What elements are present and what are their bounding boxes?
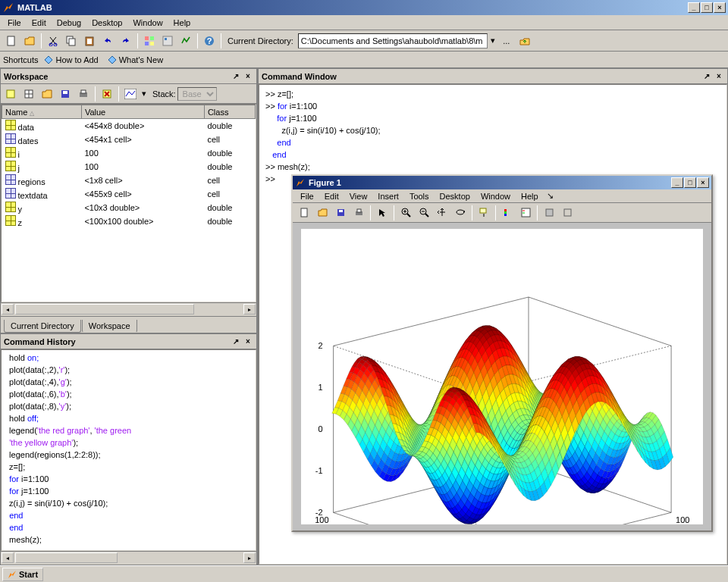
redo-icon[interactable] [118,33,134,49]
menu-help[interactable]: Help [168,17,196,29]
fig-pan-icon[interactable] [434,205,450,221]
help-icon[interactable]: ? [201,33,218,49]
workspace-table[interactable]: Name △ Value Class data<454x8 double>dou… [1,104,256,302]
svg-marker-37 [318,209,327,216]
fig-save-icon[interactable] [332,205,349,221]
undock-icon[interactable]: ↗ [231,71,241,82]
col-name[interactable]: Name △ [2,105,82,119]
fig-close-button[interactable]: × [697,177,709,188]
table-row[interactable]: data<454x8 double>double [2,119,256,133]
start-button[interactable]: Start [2,568,43,581]
col-value[interactable]: Value [81,105,204,119]
cut-icon[interactable] [45,33,61,49]
open-file-icon[interactable] [21,33,38,49]
table-row[interactable]: dates<454x1 cell>cell [2,133,256,146]
fig-colorbar-icon[interactable] [499,205,516,221]
main-menubar: File Edit Debug Desktop Window Help [0,15,728,30]
table-row[interactable]: regions<1x8 cell>cell [2,174,256,187]
svg-text:2: 2 [318,341,322,350]
menu-debug[interactable]: Debug [52,17,86,29]
svg-rect-14 [150,42,154,45]
menu-window[interactable]: Window [127,17,168,29]
stack-select[interactable]: Base [177,87,217,101]
close-panel-icon[interactable]: × [714,71,724,82]
svg-rect-12 [150,36,154,40]
svg-text:?: ? [207,36,212,45]
fig-menu-tools[interactable]: Tools [404,190,435,202]
minimize-button[interactable]: _ [688,2,700,13]
history-scrollbar[interactable]: ◂▸ [1,551,256,565]
workspace-toolbar: ▾ Stack: Base [1,84,256,104]
fig-show-icon[interactable] [559,205,576,221]
print-icon[interactable] [75,86,92,102]
svg-marker-2576 [8,571,16,578]
fig-zoomin-icon[interactable] [397,205,414,221]
svg-text:1: 1 [318,383,322,392]
tab-workspace[interactable]: Workspace [82,320,137,333]
save-ws-icon[interactable] [57,86,74,102]
tab-current-directory[interactable]: Current Directory [4,320,81,333]
history-body[interactable]: hold on; plot(data(:,2),'r'); plot(data(… [1,349,256,551]
menu-desktop[interactable]: Desktop [86,17,127,29]
undock-icon[interactable]: ↗ [701,71,712,82]
undo-icon[interactable] [99,33,116,49]
simulink-icon[interactable] [141,33,158,49]
new-var-icon[interactable] [2,86,19,102]
guide-icon[interactable] [159,33,176,49]
copy-icon[interactable] [63,33,80,49]
fig-menu-help[interactable]: Help [516,190,544,202]
fig-zoomout-icon[interactable] [416,205,432,221]
fig-print-icon[interactable] [350,205,367,221]
table-row[interactable]: textdata<455x9 cell>cell [2,187,256,201]
figure-window[interactable]: Figure 1 _ □ × File Edit View Insert Too… [291,174,713,532]
open-var-icon[interactable] [20,86,37,102]
fig-menu-desktop[interactable]: Desktop [435,190,475,202]
shortcut-whatsnew[interactable]: What's New [105,55,166,65]
fig-menu-edit[interactable]: Edit [319,190,344,202]
menu-file[interactable]: File [2,17,27,29]
svg-rect-1 [8,36,14,45]
fig-minimize-button[interactable]: _ [671,177,683,188]
fig-legend-icon[interactable] [517,205,534,221]
current-directory-input[interactable] [298,33,488,48]
undock-icon[interactable]: ↗ [231,336,241,347]
table-row[interactable]: y<10x3 double>double [2,201,256,214]
fig-open-icon[interactable] [314,205,331,221]
shortcut-howto[interactable]: How to Add [41,55,101,65]
profiler-icon[interactable] [177,33,194,49]
delete-var-icon[interactable] [99,86,115,102]
table-row[interactable]: j100double [2,160,256,174]
browse-icon[interactable]: ... [498,33,515,49]
fig-new-icon[interactable] [296,205,312,221]
fig-menu-window[interactable]: Window [475,190,516,202]
fig-dock-icon[interactable]: ↘ [544,191,557,201]
workspace-scrollbar[interactable]: ◂▸ [1,302,256,316]
figure-title: Figure 1 [309,178,341,187]
fig-datacursor-icon[interactable] [475,205,492,221]
paste-icon[interactable] [81,33,98,49]
svg-marker-35 [297,179,304,186]
close-button[interactable]: × [714,2,726,13]
fig-rotate-icon[interactable] [452,205,469,221]
table-row[interactable]: z<100x100 double>double [2,214,256,228]
svg-text:0: 0 [318,424,322,433]
plot-dropdown-icon[interactable]: ▾ [140,89,148,99]
plot-icon[interactable] [122,86,139,102]
maximize-button[interactable]: □ [701,2,713,13]
fig-menu-file[interactable]: File [295,190,319,202]
dropdown-icon[interactable]: ▾ [489,36,497,45]
fig-hide-icon[interactable] [541,205,557,221]
table-row[interactable]: i100double [2,146,256,160]
new-file-icon[interactable] [3,33,20,49]
close-panel-icon[interactable]: × [243,336,253,347]
fig-pointer-icon[interactable] [374,205,391,221]
col-class[interactable]: Class [204,105,255,119]
import-icon[interactable] [39,86,55,102]
up-folder-icon[interactable] [516,33,533,49]
close-panel-icon[interactable]: × [243,71,253,82]
fig-menu-insert[interactable]: Insert [372,190,404,202]
fig-menu-view[interactable]: View [344,190,373,202]
fig-maximize-button[interactable]: □ [684,177,696,188]
matlab-icon [2,2,14,14]
menu-edit[interactable]: Edit [27,17,52,29]
